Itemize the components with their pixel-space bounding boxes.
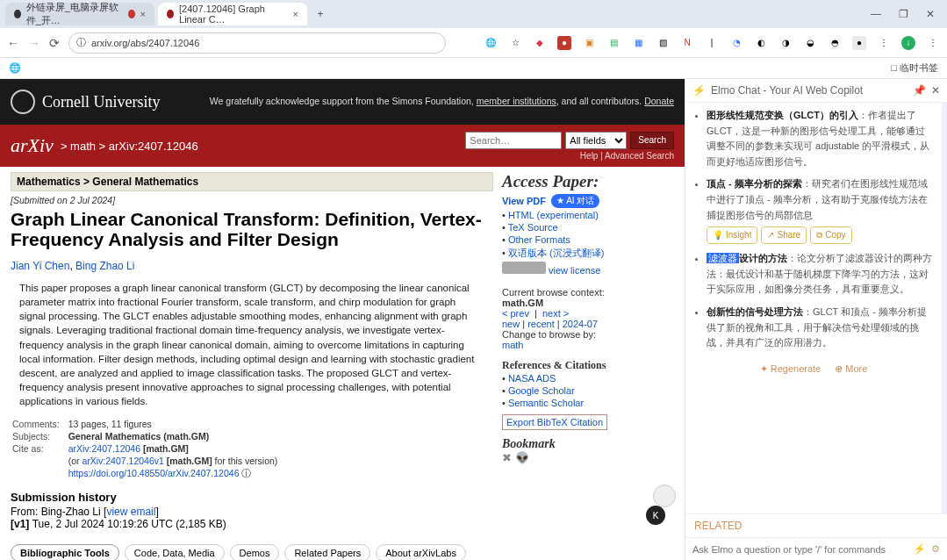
export-bibtex-button[interactable]: Export BibTeX Citation — [502, 414, 607, 430]
tab-about[interactable]: About arXivLabs — [376, 544, 466, 560]
tab-2-active[interactable]: [2407.12046] Graph Linear C… × — [158, 3, 307, 25]
translate-icon[interactable]: 🌐 — [484, 36, 498, 50]
summary-point: 滤波器设计的方法：论文分析了滤波器设计的两种方法：最优设计和基于随机梯度下降学习… — [707, 251, 933, 298]
labs-tabs: Bibliographic Tools Code, Data, Media De… — [11, 544, 493, 560]
ext-icon[interactable]: ● — [557, 36, 571, 50]
author-link[interactable]: Jian Yi Chen — [11, 260, 69, 272]
maximize-button[interactable]: ❐ — [899, 8, 908, 20]
ext-icon[interactable]: ◆ — [533, 36, 547, 50]
abstract: This paper proposes a graph linear canon… — [19, 281, 477, 408]
url-bar[interactable]: ⓘ arxiv.org/abs/2407.12046 — [68, 32, 446, 54]
more-button[interactable]: ⊕ More — [835, 362, 867, 377]
reload-button[interactable]: ⟳ — [49, 36, 60, 50]
browse-math-link[interactable]: math — [502, 340, 523, 350]
ai-chat-button[interactable]: ★ AI 对话 — [551, 194, 599, 208]
tab-close-icon[interactable]: × — [293, 9, 298, 19]
share-chip[interactable]: ↗ Share — [761, 226, 807, 244]
month-link[interactable]: 2024-07 — [563, 319, 598, 329]
page-content: Cornell University We gratefully acknowl… — [0, 79, 685, 560]
ref-gscholar-link[interactable]: Google Scholar — [508, 385, 575, 396]
bookmark-reddit-icon[interactable]: 👽 — [515, 451, 529, 464]
submitted-date: [Submitted on 2 Jul 2024] — [11, 195, 493, 205]
bilingual-link[interactable]: 双语版本 (沉浸式翻译) — [508, 248, 604, 258]
extensions-menu-icon[interactable]: ⋮ — [877, 36, 891, 50]
member-institutions-link[interactable]: member institutions — [477, 96, 556, 106]
k-badge-icon[interactable]: K — [646, 506, 665, 525]
minimize-button[interactable]: — — [871, 8, 881, 20]
assistant-avatar-icon[interactable] — [653, 485, 676, 507]
elmo-title: Elmo Chat - Your AI Web Copilot — [711, 84, 863, 97]
donate-link[interactable]: Donate — [644, 96, 674, 106]
ext-icon[interactable]: ▤ — [606, 36, 621, 50]
favicon — [14, 10, 21, 18]
view-pdf-link[interactable]: View PDF — [502, 196, 546, 206]
other-formats-link[interactable]: Other Formats — [508, 234, 570, 245]
new-tab-button[interactable]: + — [311, 4, 330, 24]
ext-new-icon[interactable]: N — [680, 36, 694, 50]
site-info-icon[interactable]: ⓘ — [76, 36, 86, 49]
ext-icon[interactable]: ◓ — [828, 36, 842, 50]
ext-icon[interactable]: ◐ — [754, 36, 768, 50]
bookmark-x-icon[interactable]: ✖ — [502, 451, 512, 464]
info-icon[interactable]: ⓘ — [241, 468, 251, 478]
html-link[interactable]: HTML (experimental) — [508, 210, 599, 220]
ref-sscholar-link[interactable]: Semantic Scholar — [508, 398, 584, 408]
close-panel-icon[interactable]: ✕ — [931, 84, 940, 97]
elmo-panel: ⚡ Elmo Chat - Your AI Web Copilot 📌 ✕ 图形… — [685, 79, 947, 560]
related-heading[interactable]: RELATED — [685, 513, 947, 537]
copy-chip[interactable]: ⧉ Copy — [810, 226, 851, 244]
download-icon[interactable]: ↓ — [901, 36, 915, 50]
favicon — [167, 10, 174, 18]
ext-icon[interactable]: ◑ — [778, 36, 793, 50]
browser-tabstrip: 外链录屏_电脑录屏软件_开… × [2407.12046] Graph Line… — [0, 0, 947, 28]
author-link[interactable]: Bing Zhao Li — [75, 260, 134, 272]
new-link[interactable]: new — [502, 319, 520, 329]
summary-point: 顶点 - 频率分析的探索：研究者们在图形线性规范域中进行了顶点 - 频率分析，这… — [707, 176, 933, 244]
cite-link[interactable]: arXiv:2407.12046 — [68, 443, 140, 454]
ext-icon[interactable]: ▦ — [631, 36, 645, 50]
view-email-link[interactable]: view email — [106, 506, 155, 518]
bookmark-folder[interactable]: □ 临时书签 — [891, 61, 938, 75]
ext-icon[interactable]: ▧ — [656, 36, 670, 50]
tab-demos[interactable]: Demos — [230, 544, 280, 560]
adv-search-link[interactable]: Advanced Search — [605, 151, 674, 161]
ask-input[interactable] — [692, 544, 908, 555]
close-window-button[interactable]: ✕ — [926, 8, 935, 20]
search-button[interactable]: Search — [630, 132, 674, 149]
insight-chip[interactable]: 💡 Insight — [707, 226, 757, 244]
extension-row: 🌐 ☆ ◆ ● ▣ ▤ ▦ ▧ N | ◔ ◐ ◑ ◒ ◓ ● ⋮ ↓ ⋮ — [484, 36, 940, 50]
search-input[interactable] — [465, 132, 562, 149]
tab-biblio[interactable]: Bibliographic Tools — [11, 544, 119, 560]
cornell-name: Cornell University — [42, 93, 160, 111]
prev-link[interactable]: < prev — [502, 308, 529, 319]
star-icon[interactable]: ☆ — [508, 36, 522, 50]
tab-code[interactable]: Code, Data, Media — [125, 544, 225, 560]
next-link[interactable]: next > — [542, 308, 569, 319]
cite-version-link[interactable]: arXiv:2407.12046v1 — [82, 456, 163, 466]
ref-nasa-link[interactable]: NASA ADS — [508, 373, 556, 384]
doi-link[interactable]: https://doi.org/10.48550/arXiv.2407.1204… — [68, 468, 240, 478]
pin-icon[interactable]: 📌 — [913, 84, 926, 97]
forward-button[interactable]: → — [28, 36, 40, 50]
help-link[interactable]: Help — [580, 151, 599, 161]
ext-icon[interactable]: ▣ — [582, 36, 596, 50]
bolt-icon[interactable]: ⚡ — [914, 543, 926, 555]
recent-link[interactable]: recent — [527, 319, 555, 329]
recording-indicator-icon — [128, 10, 135, 18]
bookmark-globe-icon[interactable]: 🌐 — [9, 62, 21, 74]
view-license-link[interactable]: view license — [549, 265, 600, 276]
ext-icon[interactable]: ◔ — [729, 36, 743, 50]
search-field-select[interactable]: All fields — [565, 132, 627, 149]
tab-related[interactable]: Related Papers — [284, 544, 370, 560]
back-button[interactable]: ← — [7, 36, 19, 50]
arxiv-logo[interactable]: arXiv — [11, 134, 54, 157]
tab-1[interactable]: 外链录屏_电脑录屏软件_开… × — [5, 3, 154, 25]
tab-close-icon[interactable]: × — [140, 9, 146, 19]
regenerate-button[interactable]: ✦ Regenerate — [760, 362, 821, 377]
ext-icon[interactable]: ◒ — [803, 36, 817, 50]
subject-breadcrumb: Mathematics > General Mathematics — [11, 172, 493, 191]
tex-link[interactable]: TeX Source — [508, 222, 558, 233]
settings-icon[interactable]: ⚙ — [931, 543, 940, 555]
overflow-menu-icon[interactable]: ⋮ — [926, 36, 940, 50]
ext-elmo-icon[interactable]: ● — [852, 36, 866, 50]
